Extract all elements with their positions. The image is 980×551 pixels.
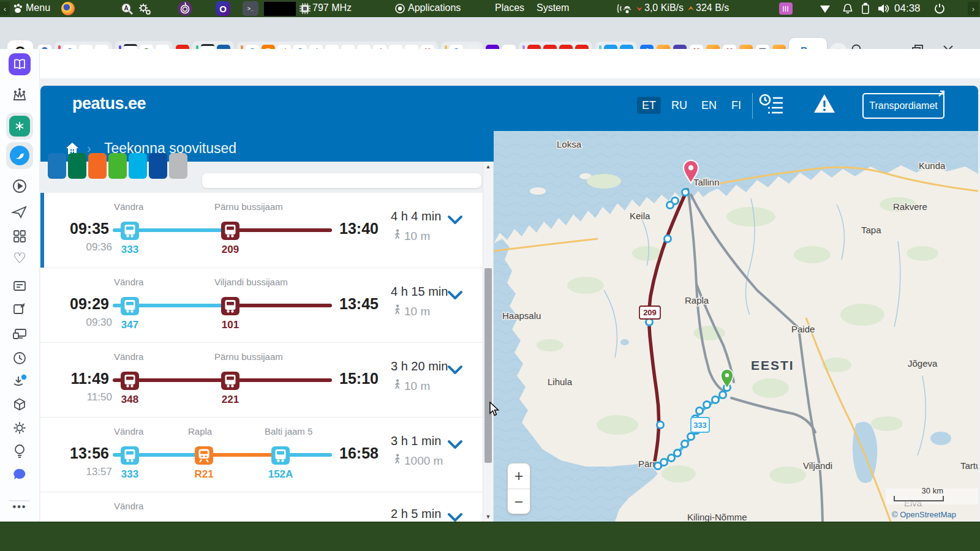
lang-et[interactable]: ET: [637, 97, 661, 114]
menu-applications[interactable]: Applications: [408, 2, 461, 13]
menu-places[interactable]: Places: [495, 2, 524, 13]
gears-icon[interactable]: [137, 2, 152, 17]
mode-trolley-button[interactable]: [68, 153, 86, 179]
lang-fi[interactable]: FI: [726, 97, 746, 114]
pinboard-icon[interactable]: [12, 302, 27, 317]
bookmarks-book-icon[interactable]: [9, 53, 31, 75]
extensions-cube-sidebar-icon[interactable]: [12, 397, 27, 412]
svg-text:Tapa: Tapa: [861, 225, 881, 235]
expand-chevron-icon[interactable]: [447, 512, 463, 522]
mode-other-button[interactable]: [169, 153, 187, 179]
walk-distance: 10 m: [404, 305, 430, 318]
power-icon[interactable]: [933, 2, 946, 15]
battery-icon[interactable]: [861, 2, 870, 15]
map[interactable]: Loksa Kunda Tallinn Keila Rakvere Tapa H…: [494, 131, 978, 522]
stop-name: Vändra: [114, 277, 143, 287]
player-icon[interactable]: [12, 178, 28, 194]
network-applet-icon[interactable]: [820, 5, 831, 13]
wifi-icon[interactable]: [616, 2, 635, 15]
search-tool-icon[interactable]: A: [120, 2, 135, 17]
flow-devices-icon[interactable]: [12, 327, 28, 340]
mode-train-button[interactable]: [88, 153, 107, 179]
lang-ru[interactable]: RU: [666, 97, 692, 114]
mode-tram-button[interactable]: [108, 153, 127, 179]
header-separator: [752, 93, 753, 119]
journey-row[interactable]: 09:29 09:30 Vändra Viljandi bussijaam 34…: [40, 268, 483, 342]
chat-bubble-icon[interactable]: [12, 468, 27, 481]
panel-collapse-left[interactable]: ‹: [0, 2, 10, 15]
walk-distance: 10 m: [404, 380, 430, 393]
map-canvas[interactable]: Loksa Kunda Tallinn Keila Rakvere Tapa H…: [494, 131, 978, 522]
journey-row[interactable]: 13:56 13:57 Vändra Rapla Balti jaam 5 33…: [40, 417, 483, 492]
svg-text:Viljandi: Viljandi: [803, 460, 832, 471]
expand-chevron-icon[interactable]: [447, 440, 463, 451]
mode-bus-button[interactable]: [48, 153, 66, 179]
zoom-in-button[interactable]: +: [508, 463, 530, 489]
stop-name: Viljandi bussijaam: [214, 277, 288, 287]
heart-icon[interactable]: ♡: [13, 250, 26, 267]
twitter-icon[interactable]: [6, 142, 33, 169]
chatgpt-icon[interactable]: [6, 113, 33, 140]
crown-icon[interactable]: [11, 88, 28, 103]
tray-indicator-icon[interactable]: |||: [779, 2, 793, 15]
volume-icon[interactable]: [877, 2, 891, 15]
zoom-out-button[interactable]: −: [508, 489, 530, 514]
transpordiamet-link[interactable]: Transpordiamet: [862, 93, 944, 119]
arrive-time: 15:10: [339, 370, 379, 388]
svg-text:333: 333: [693, 421, 707, 430]
scrollbar-thumb[interactable]: [484, 268, 492, 463]
panel-collapse-right[interactable]: ›: [968, 2, 979, 15]
bell-icon[interactable]: [842, 2, 854, 15]
mode-coach-button[interactable]: [129, 153, 147, 179]
svg-text:Lihula: Lihula: [548, 377, 573, 387]
scroll-up-icon[interactable]: ▲: [483, 163, 493, 170]
lightbulb-icon[interactable]: [13, 443, 26, 459]
depart-time-alt: 09:36: [68, 241, 112, 253]
bus-icon: [271, 446, 290, 465]
search-filter-panel[interactable]: [202, 173, 481, 188]
clock[interactable]: 04:38: [894, 2, 921, 15]
menu-system[interactable]: System: [537, 2, 569, 13]
telegram-icon[interactable]: [11, 204, 28, 219]
settings-gear-icon[interactable]: [12, 421, 27, 435]
tor-icon[interactable]: [178, 1, 192, 16]
journey-row[interactable]: 09:35 09:36 Vändra Pärnu bussijaam 333 2…: [40, 193, 483, 268]
depart-time: 11:49: [62, 370, 109, 388]
opera-app-icon[interactable]: O: [216, 1, 230, 16]
downloads-sidebar-icon[interactable]: [11, 373, 28, 389]
news-icon[interactable]: [12, 279, 28, 293]
walk-icon: [393, 229, 402, 240]
window-preview[interactable]: [263, 1, 296, 17]
sidebar-more-icon[interactable]: •••: [13, 501, 27, 512]
alerts-warning-icon[interactable]: [812, 92, 837, 119]
journey-row-partial[interactable]: Vändra 2 h 5 min: [40, 492, 483, 522]
scroll-down-icon[interactable]: ▼: [483, 514, 493, 520]
expand-chevron-icon[interactable]: [447, 215, 463, 226]
timetable-icon[interactable]: [758, 93, 784, 120]
journey-row[interactable]: 11:49 11:50 Vändra Pärnu bussijaam 348 2…: [40, 342, 483, 417]
speed-dial-grid-icon[interactable]: [12, 229, 27, 244]
walk-distance: 1000 m: [404, 454, 443, 468]
duration: 4 h 15 min: [391, 285, 448, 299]
firefox-icon[interactable]: [61, 2, 75, 15]
mouse-cursor: [489, 402, 501, 416]
depart-time: 13:56: [62, 444, 109, 462]
mode-ferry-button[interactable]: [149, 153, 167, 179]
lang-en[interactable]: EN: [696, 97, 722, 114]
history-clock-icon[interactable]: [12, 351, 27, 365]
duration: 3 h 1 min: [391, 434, 441, 448]
applications-menu-icon[interactable]: [394, 3, 405, 14]
stop-name: Vändra: [114, 201, 143, 212]
results-scrollbar[interactable]: ▲ ▼: [483, 162, 494, 522]
svg-text:Paide: Paide: [791, 324, 815, 334]
site-logo[interactable]: peatus.ee: [72, 94, 146, 113]
route-number: 152A: [262, 468, 299, 481]
site-header: [40, 86, 978, 131]
menu-label[interactable]: Menu: [26, 2, 50, 13]
menu-paw-icon[interactable]: [11, 2, 23, 15]
map-attribution[interactable]: © OpenStreetMap: [892, 510, 956, 519]
expand-chevron-icon[interactable]: [447, 365, 463, 376]
terminal-icon[interactable]: >_: [243, 1, 258, 16]
leg-line: [204, 453, 281, 457]
expand-chevron-icon[interactable]: [447, 290, 463, 301]
